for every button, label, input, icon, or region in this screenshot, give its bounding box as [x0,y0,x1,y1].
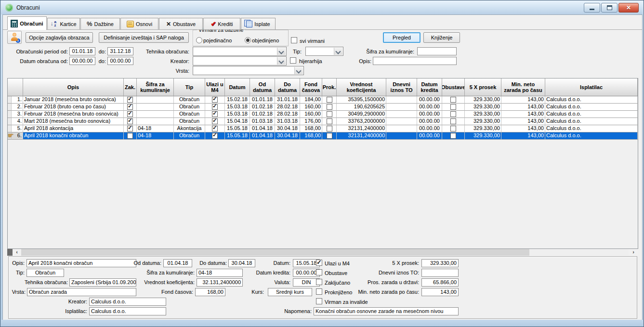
chevron-down-icon[interactable] [334,48,342,55]
do-datuma-input[interactable]: 30.04.18 [228,259,255,267]
tab-krediti[interactable]: ✔ Krediti [203,18,240,29]
titlebar[interactable]: Obracuni ✕ [1,0,643,14]
pojedinacno-radio-label[interactable]: pojedinačno [203,37,234,44]
kreator-combo[interactable] [193,56,287,65]
svi-virmani-label[interactable]: svi virmani [300,38,329,45]
column-header[interactable]: Min. neto zarada po času [501,78,545,96]
zak-checkbox[interactable] [127,97,133,103]
virman-invalide-checkbox[interactable] [316,298,322,304]
column-header[interactable]: Zak. [124,78,137,96]
tab-dazbine[interactable]: % Dažbine [80,18,120,29]
tip-combo[interactable] [305,47,343,56]
table-row[interactable]: 3.Februar 2018 (mesečna bruto osnovica)O… [8,111,638,118]
column-header[interactable]: Vrednost koeficijenta [337,78,386,96]
zakljucano-label[interactable]: Zaključano [325,279,358,287]
prok-checkbox[interactable] [327,97,332,103]
isplatilac-input[interactable]: Calculus d.o.o. [89,307,166,315]
ulazi-m4-checkbox[interactable] [316,260,322,266]
hijerarhija-checkbox[interactable] [290,57,296,64]
user-options-button[interactable]: i [7,31,22,44]
column-header[interactable]: Datum kredita [417,78,442,96]
scroll-right-button[interactable]: › [629,249,638,256]
column-header[interactable]: Isplatilac [545,78,638,96]
pojedinacno-radio[interactable] [196,37,202,43]
datum-od-input[interactable]: 00.00.00 [69,57,95,65]
tab-obustave[interactable]: ✕ Obustave [159,18,203,29]
ulazi-m4-label[interactable]: Ulazi u M4 [325,260,361,267]
dnevni-to-input[interactable] [421,269,459,277]
pregled-button[interactable]: Pregled [383,32,421,43]
m4-checkbox[interactable] [212,104,218,110]
koeficijent-input[interactable]: 32.131,2400000 [197,278,243,287]
scroll-thumb[interactable] [21,249,529,256]
knjizenje-button[interactable]: Knjiženje [423,32,460,43]
table-row[interactable]: 4.Mart 2018 (mesečna bruto osnovica)Obra… [8,118,638,125]
m4-checkbox[interactable] [212,111,218,117]
od-datuma-input[interactable]: 01.04.18 [163,259,192,267]
column-header[interactable]: 5 X prosek [465,78,501,96]
tab-kartice[interactable]: ↓az Kartice [47,18,80,29]
m4-checkbox[interactable] [212,97,218,103]
prok-checkbox[interactable] [327,133,332,139]
svi-virmani-checkbox[interactable] [291,37,297,43]
zak-checkbox[interactable] [127,118,133,124]
chevron-down-icon[interactable] [294,67,303,74]
obustave-checkbox[interactable] [450,104,456,110]
kreator-input[interactable]: Calculus d.o.o. [89,298,166,306]
tab-osnovi[interactable]: Osnovi [120,18,158,29]
chevron-down-icon[interactable] [277,57,286,65]
sifra-input[interactable]: 04-18 [197,269,243,277]
column-header[interactable]: Obustave [442,78,465,96]
objedinjeno-radio[interactable] [245,37,251,43]
opis-input[interactable]: April 2018 konačni obračun [26,259,136,267]
m4-checkbox[interactable] [212,118,218,124]
vrsta-combo[interactable] [193,66,304,75]
column-header[interactable]: Datum [225,78,250,96]
obustave-checkbox[interactable] [450,126,456,131]
zak-checkbox[interactable] [127,104,133,110]
hijerarhija-label[interactable]: hijerarhija [299,58,333,65]
pros-zarada-input[interactable]: 65.866,00 [421,278,459,287]
proknjizeno-checkbox[interactable] [316,288,322,295]
virman-invalide-label[interactable]: Virman za invalide [325,299,378,306]
scroll-left-button[interactable]: ‹ [13,249,21,256]
obustave-checkbox[interactable] [450,111,456,117]
column-header[interactable]: Od datuma [250,78,275,96]
period-od-input[interactable]: 01.01.18 [69,47,95,55]
tip-input[interactable]: Obračun [26,269,64,277]
definisanje-izvestaja-button[interactable]: Definisanje izveštaja i SAP naloga [99,32,189,43]
period-do-input[interactable]: 31.12.18 [107,47,133,55]
prok-checkbox[interactable] [327,104,332,110]
prok-checkbox[interactable] [327,111,332,117]
minimize-button[interactable] [584,3,600,13]
opis-filter-input[interactable] [373,57,457,65]
column-header[interactable]: Ulazi u M4 [205,78,225,96]
vrsta-input[interactable]: Obračun zarada [27,288,136,296]
column-header[interactable]: Fond časova [300,78,322,96]
opcije-zaglavlja-button[interactable]: Opcije zaglavlja obrazaca [26,32,93,43]
table-row[interactable]: 5.April 2018 akontacija04-18Akontacija15… [8,125,638,132]
zak-checkbox[interactable] [127,126,133,131]
prok-checkbox[interactable] [327,118,332,124]
kurs-input[interactable]: Srednji kurs [268,288,312,296]
obustave-checkbox[interactable] [450,118,456,124]
prok-checkbox[interactable] [327,126,332,131]
fond-input[interactable]: 168,00 [195,288,225,296]
m4-checkbox[interactable] [212,133,218,139]
column-header[interactable]: Dnevni iznos TO [386,78,417,96]
zak-checkbox[interactable] [127,133,133,139]
tab-isplate[interactable]: Isplate [241,18,276,29]
prosek-5x-input[interactable]: 329.330,00 [421,259,459,267]
table-row[interactable]: ☛6.April 2018 konačni obračun04-18Obraču… [8,132,638,140]
sifra-filter-input[interactable] [417,47,457,55]
obustave-checkbox[interactable] [450,133,456,139]
restore-button[interactable] [601,3,618,13]
column-header[interactable]: Opis [23,78,124,96]
obustave-label[interactable]: Obustave [325,270,354,277]
zak-checkbox[interactable] [127,111,133,117]
min-neto-input[interactable]: 143,00 [421,288,459,296]
column-header[interactable]: Tip [174,78,205,96]
table-row[interactable]: 2.Februar 2018 (bruto cena po času)Obrač… [8,104,638,111]
column-header[interactable]: Do datuma [275,78,300,96]
obustave-checkbox[interactable] [450,97,456,103]
